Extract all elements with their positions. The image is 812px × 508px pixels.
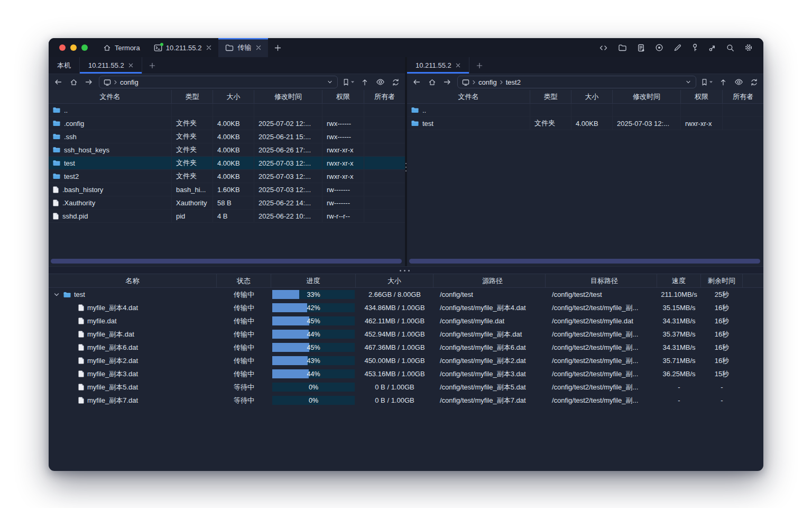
minimize-window-button[interactable] <box>70 44 77 51</box>
cell-progress: 45% <box>271 341 356 354</box>
show-hidden-button[interactable] <box>375 77 385 87</box>
new-tab-button[interactable] <box>268 38 288 57</box>
column-header[interactable]: 文件名 <box>407 90 530 103</box>
file-row[interactable]: sshd.pidpid4 B2025-06-22 10:...rw-r--r-- <box>49 210 405 223</box>
right-horizontal-scrollbar[interactable] <box>409 259 760 264</box>
column-header[interactable]: 大小 <box>571 90 613 103</box>
column-header[interactable]: 目标路径 <box>546 274 657 287</box>
chevron-down-icon[interactable] <box>685 79 691 85</box>
key-icon[interactable] <box>691 43 698 52</box>
forward-button[interactable] <box>442 77 453 87</box>
close-icon[interactable] <box>256 45 261 50</box>
column-header[interactable]: 文件名 <box>49 90 172 103</box>
show-hidden-button[interactable] <box>733 77 744 87</box>
tab-local[interactable]: 本机 <box>49 57 80 74</box>
bookmark-button[interactable] <box>701 78 713 86</box>
file-row[interactable]: .XauthorityXauthority58 B2025-06-22 14:.… <box>49 196 405 210</box>
file-row[interactable]: .. <box>49 104 405 117</box>
refresh-button[interactable] <box>390 77 401 87</box>
refresh-button[interactable] <box>749 77 759 87</box>
close-window-button[interactable] <box>59 44 66 51</box>
path-segment[interactable]: config <box>478 78 497 86</box>
column-header[interactable]: 修改时间 <box>254 90 322 103</box>
close-icon[interactable] <box>206 45 211 50</box>
up-directory-button[interactable] <box>359 77 370 87</box>
new-panel-tab-button[interactable] <box>469 57 490 74</box>
column-header[interactable]: 修改时间 <box>613 90 681 103</box>
back-button[interactable] <box>411 77 422 87</box>
transfer-row[interactable]: myfile_副本7.dat等待中0%0 B / 1.00GB/config/t… <box>49 394 763 407</box>
file-row[interactable]: .ssh文件夹4.00KB2025-06-21 15:...rwx------ <box>49 130 405 143</box>
zoom-window-button[interactable] <box>81 44 88 51</box>
folder-icon[interactable] <box>618 44 627 51</box>
cell-size-text: 434.86MB / 1.00GB <box>364 304 425 312</box>
transfer-splitter-horizontal[interactable] <box>49 266 763 274</box>
settings-icon[interactable] <box>744 43 753 52</box>
transfer-row[interactable]: myfile_副本5.dat等待中0%0 B / 1.00GB/config/t… <box>49 380 763 394</box>
column-header[interactable]: 状态 <box>217 274 271 287</box>
cell-permissions <box>322 104 364 116</box>
progress-bar: 45% <box>272 343 355 352</box>
keychain-icon[interactable] <box>708 44 716 52</box>
file-row[interactable]: test文件夹4.00KB2025-07-03 12:...rwxr-xr-x <box>49 157 405 170</box>
tab-termora[interactable]: Termora <box>96 38 147 57</box>
transfer-row[interactable]: myfile.dat传输中45%462.11MB / 1.00GB/config… <box>49 314 763 328</box>
file-row[interactable]: .bash_historybash_hi...1.60KB2025-07-03 … <box>49 183 405 196</box>
transfer-row[interactable]: myfile_副本.dat传输中44%452.94MB / 1.00GB/con… <box>49 328 763 341</box>
transfer-row[interactable]: test传输中33%2.66GB / 8.00GB/config/test/co… <box>49 288 763 301</box>
up-directory-button[interactable] <box>718 77 728 87</box>
column-header[interactable]: 剩余时间 <box>701 274 743 287</box>
new-panel-tab-button[interactable] <box>142 57 162 74</box>
column-header[interactable]: 权限 <box>681 90 723 103</box>
column-header[interactable]: 类型 <box>530 90 571 103</box>
file-row[interactable]: test2文件夹4.00KB2025-07-03 12:...rwxr-xr-x <box>49 170 405 183</box>
path-segment[interactable]: test2 <box>506 78 521 86</box>
column-header[interactable]: 源路径 <box>433 274 546 287</box>
tab-transfer[interactable]: 传输 <box>218 38 268 57</box>
column-header[interactable]: 大小 <box>356 274 433 287</box>
tab-remote-host[interactable]: 10.211.55.2 <box>80 57 142 74</box>
column-header[interactable]: 名称 <box>49 274 217 287</box>
cell-destination-path: /config/test2/test/myfile.dat <box>546 314 657 328</box>
transfer-row[interactable]: myfile_副本2.dat传输中43%450.00MB / 1.00GB/co… <box>49 354 763 367</box>
column-header[interactable]: 权限 <box>322 90 364 103</box>
edit-icon[interactable] <box>673 44 681 52</box>
transfer-row[interactable]: myfile_副本3.dat传输中44%453.16MB / 1.00GB/co… <box>49 367 763 380</box>
progress-bar: 44% <box>272 330 355 339</box>
cell-remaining-time: - <box>701 394 743 407</box>
left-horizontal-scrollbar[interactable] <box>51 259 402 264</box>
log-icon[interactable] <box>637 44 645 52</box>
file-row[interactable]: ssh_host_keys文件夹4.00KB2025-06-26 17:...r… <box>49 143 405 157</box>
chevron-down-icon[interactable] <box>327 79 333 85</box>
column-header[interactable]: 大小 <box>213 90 254 103</box>
file-row[interactable]: .. <box>407 104 763 117</box>
tab-remote-host[interactable]: 10.211.55.2 <box>407 57 469 74</box>
tab-host[interactable]: 10.211.55.2 <box>147 38 219 57</box>
column-header[interactable]: 速度 <box>657 274 701 287</box>
forward-button[interactable] <box>84 77 94 87</box>
column-header[interactable]: 所有者 <box>723 90 763 103</box>
close-icon[interactable] <box>456 63 460 68</box>
close-icon[interactable] <box>128 63 133 68</box>
cell-size: 1.60KB <box>213 183 254 196</box>
record-icon[interactable] <box>655 43 663 52</box>
file-row[interactable]: test文件夹4.00KB2025-07-03 12:...rwxr-xr-x <box>407 117 763 130</box>
column-header[interactable]: 类型 <box>172 90 213 103</box>
column-header[interactable]: 所有者 <box>364 90 405 103</box>
transfer-row[interactable]: myfile_副本6.dat传输中45%467.36MB / 1.00GB/co… <box>49 341 763 354</box>
expand-chevron-icon[interactable] <box>53 293 60 297</box>
right-path-input[interactable]: configtest2 <box>457 76 696 88</box>
left-path-input[interactable]: config <box>99 76 338 88</box>
cell-transfer-name: myfile_副本6.dat <box>49 341 217 354</box>
progress-label: 33% <box>272 290 355 299</box>
code-icon[interactable] <box>599 44 608 52</box>
file-row[interactable]: .config文件夹4.00KB2025-07-02 12:...rwx----… <box>49 117 405 130</box>
path-segment[interactable]: config <box>120 78 139 86</box>
home-button[interactable] <box>427 77 437 87</box>
back-button[interactable] <box>53 77 63 87</box>
home-button[interactable] <box>68 77 79 87</box>
column-header[interactable]: 进度 <box>271 274 356 287</box>
search-icon[interactable] <box>726 44 734 52</box>
bookmark-button[interactable] <box>343 78 355 86</box>
transfer-row[interactable]: myfile_副本4.dat传输中42%434.86MB / 1.00GB/co… <box>49 301 763 314</box>
